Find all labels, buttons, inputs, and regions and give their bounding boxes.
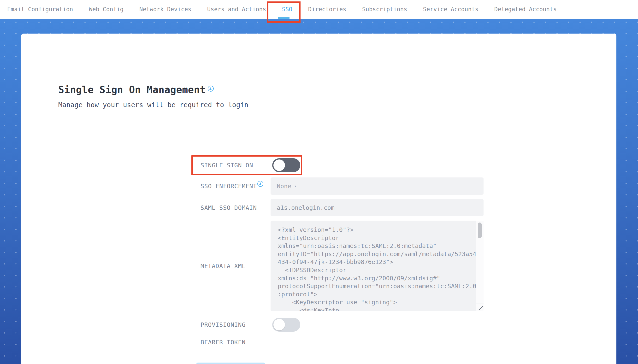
info-icon[interactable]: i — [208, 86, 214, 92]
bearer-token-row: BEARER TOKEN — [200, 338, 246, 346]
single-sign-on-toggle[interactable] — [272, 158, 300, 172]
provisioning-label: PROVISIONING — [200, 321, 246, 328]
metadata-xml-content: <?xml version="1.0"?> <EntityDescriptor … — [278, 226, 477, 311]
saml-sso-domain-row: SAML SSO DOMAIN — [200, 199, 257, 216]
page-title-text: Single Sign On Management — [58, 84, 206, 95]
toggle-knob — [274, 319, 285, 330]
tab-email-configuration[interactable]: Email Configuration — [7, 6, 73, 13]
sso-settings-screen: Email Configuration Web Config Network D… — [0, 0, 638, 364]
content-card: Single Sign On Managementi Manage how yo… — [21, 34, 616, 364]
single-sign-on-label: SINGLE SIGN ON — [200, 162, 253, 169]
update-settings-button[interactable]: Update Settings — [196, 362, 265, 364]
metadata-xml-row: METADATA XML — [200, 220, 246, 311]
tab-subscriptions[interactable]: Subscriptions — [362, 6, 407, 13]
saml-sso-domain-field[interactable]: a1s.onelogin.com — [270, 199, 484, 216]
tab-users-and-actions[interactable]: Users and Actions — [207, 6, 266, 13]
sso-enforcement-label: SSO ENFORCEMENT — [200, 183, 257, 190]
page-title: Single Sign On Managementi — [58, 84, 214, 95]
page-subtitle: Manage how your users will be required t… — [58, 101, 248, 109]
textarea-scrollbar-thumb[interactable] — [478, 222, 482, 238]
single-sign-on-highlight-box: SINGLE SIGN ON — [192, 155, 302, 175]
bearer-token-label: BEARER TOKEN — [200, 339, 246, 346]
toggle-knob — [274, 160, 285, 171]
provisioning-toggle[interactable] — [272, 318, 300, 332]
chevron-down-icon: ▾ — [294, 184, 296, 188]
tab-directories[interactable]: Directories — [308, 6, 346, 13]
saml-sso-domain-value: a1s.onelogin.com — [277, 204, 334, 211]
tab-service-accounts[interactable]: Service Accounts — [423, 6, 478, 13]
metadata-xml-label: METADATA XML — [200, 262, 246, 270]
top-nav: Email Configuration Web Config Network D… — [0, 0, 638, 19]
sso-enforcement-row: SSO ENFORCEMENT i — [200, 178, 263, 195]
metadata-xml-textarea[interactable]: <?xml version="1.0"?> <EntityDescriptor … — [270, 220, 484, 311]
top-nav-items: Email Configuration Web Config Network D… — [0, 0, 638, 19]
info-icon[interactable]: i — [257, 181, 263, 187]
tab-network-devices[interactable]: Network Devices — [139, 6, 192, 13]
sso-tab-highlight-box — [267, 2, 300, 23]
tab-delegated-accounts[interactable]: Delegated Accounts — [494, 6, 557, 13]
sso-enforcement-select[interactable]: None ▾ — [270, 178, 484, 195]
sso-enforcement-value: None — [277, 183, 291, 190]
textarea-scrollbar-track[interactable] — [476, 220, 484, 311]
tab-web-config[interactable]: Web Config — [89, 6, 124, 13]
provisioning-row: PROVISIONING — [200, 318, 246, 332]
saml-sso-domain-label: SAML SSO DOMAIN — [200, 204, 257, 211]
